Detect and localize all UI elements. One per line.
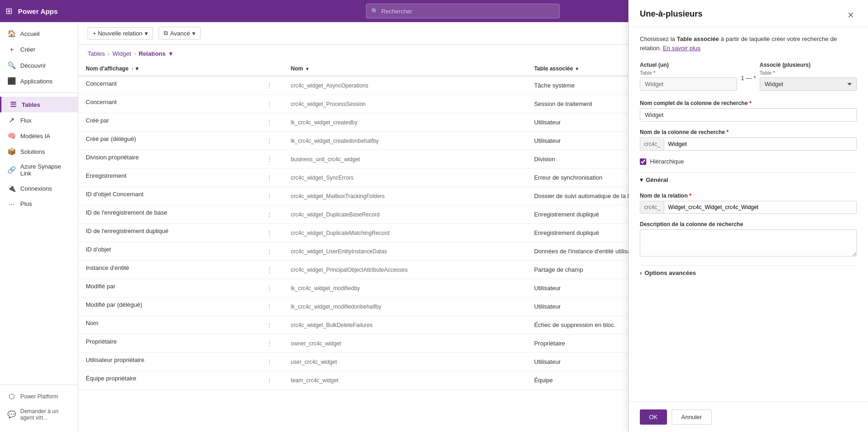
row-menu-icon[interactable]: ⋮ bbox=[263, 283, 276, 293]
panel-title: Une-à-plusieurs bbox=[640, 9, 703, 19]
row-menu-icon[interactable]: ⋮ bbox=[263, 209, 276, 220]
relation-name-input[interactable] bbox=[664, 201, 856, 213]
sidebar-item-creer[interactable]: ＋ Créer bbox=[0, 41, 78, 58]
new-relation-button[interactable]: + Nouvelle relation ▾ bbox=[88, 27, 153, 40]
search-col-desc-label: Description de la colonne de recherche bbox=[640, 221, 857, 228]
panel-body: Choisissez la Table associée à partir de… bbox=[629, 27, 868, 402]
cell-display-name: Instance d'entité ⋮ bbox=[78, 261, 283, 279]
home-icon: 🏠 bbox=[7, 29, 16, 38]
current-col: Actuel (un) Table * bbox=[640, 62, 737, 91]
panel-footer: OK Annuler bbox=[629, 402, 868, 432]
breadcrumb-chevron-1: › bbox=[108, 50, 110, 57]
sidebar-item-solutions[interactable]: 📦 Solutions bbox=[0, 144, 78, 159]
assoc-table-sub-label: Table * bbox=[760, 70, 857, 76]
cell-name: crc4c_widget_ProcessSession bbox=[283, 95, 527, 113]
sidebar-item-modeles[interactable]: 🧠 Modèles IA bbox=[0, 128, 78, 144]
advanced-button[interactable]: ⧉ Avancé ▾ bbox=[159, 27, 201, 40]
cell-display-name: Modifié par (délégué) ⋮ bbox=[78, 298, 283, 316]
learn-more-link[interactable]: En savoir plus bbox=[663, 45, 701, 52]
cell-display-name: Concernant ⋮ bbox=[78, 95, 283, 113]
panel-close-button[interactable]: ✕ bbox=[844, 9, 857, 21]
cell-display-name: Équipe propriétaire ⋮ bbox=[78, 371, 283, 390]
search-input[interactable] bbox=[381, 8, 555, 15]
search-col-full-input[interactable] bbox=[640, 108, 857, 122]
general-section-header[interactable]: ▾ Général bbox=[640, 172, 857, 187]
sidebar-item-agent[interactable]: 💬 Demander à un agent virt... bbox=[0, 404, 78, 425]
relation-name-prefix: crc4c_ bbox=[640, 201, 664, 213]
ok-button[interactable]: OK bbox=[640, 409, 667, 425]
grid-icon[interactable]: ⊞ bbox=[6, 6, 12, 16]
hierarchique-checkbox[interactable] bbox=[640, 158, 646, 165]
cell-display-name: Concernant ⋮ bbox=[78, 76, 283, 95]
cell-name: crc4c_widget_PrincipalObjectAttributeAcc… bbox=[283, 261, 527, 279]
advanced-section-header[interactable]: › Options avancées bbox=[640, 265, 857, 280]
breadcrumb-dropdown-icon[interactable]: ▾ bbox=[169, 50, 172, 57]
cancel-button[interactable]: Annuler bbox=[672, 409, 712, 425]
breadcrumb-tables[interactable]: Tables bbox=[88, 50, 105, 57]
sidebar-label-power-platform: Power Platform bbox=[20, 393, 58, 400]
row-menu-icon[interactable]: ⋮ bbox=[263, 191, 276, 201]
row-menu-icon[interactable]: ⋮ bbox=[263, 80, 276, 91]
relation-name-label: Nom de la relation bbox=[640, 193, 857, 199]
cell-name: crc4c_widget_SyncErrors bbox=[283, 169, 527, 187]
row-menu-icon[interactable]: ⋮ bbox=[263, 135, 276, 146]
row-menu-icon[interactable]: ⋮ bbox=[263, 246, 276, 257]
row-menu-icon[interactable]: ⋮ bbox=[263, 99, 276, 109]
row-menu-icon[interactable]: ⋮ bbox=[263, 375, 276, 385]
row-menu-icon[interactable]: ⋮ bbox=[263, 356, 276, 367]
sidebar: 🏠 Accueil ＋ Créer 🔍 Découvrir ⬛ Applicat… bbox=[0, 22, 78, 432]
col-header-display-name[interactable]: Nom d'affichage ↑ ▾ bbox=[78, 62, 283, 76]
cell-display-name: Utilisateur propriétaire ⋮ bbox=[78, 353, 283, 371]
cell-name: lk_crc4c_widget_modifiedonbehalfby bbox=[283, 298, 527, 316]
search-col-desc-textarea[interactable] bbox=[640, 229, 857, 257]
sidebar-item-azure[interactable]: 🔗 Azure Synapse Link bbox=[0, 159, 78, 181]
sidebar-item-accueil[interactable]: 🏠 Accueil bbox=[0, 26, 78, 41]
sidebar-item-decouvrir[interactable]: 🔍 Découvrir bbox=[0, 58, 78, 73]
row-menu-icon[interactable]: ⋮ bbox=[263, 228, 276, 238]
azure-icon: 🔗 bbox=[7, 166, 16, 174]
cell-display-name: ID d'objet ⋮ bbox=[78, 242, 283, 261]
panel-subtitle: Choisissez la Table associée à partir de… bbox=[640, 35, 857, 53]
current-label: Actuel (un) bbox=[640, 62, 737, 68]
cell-name: crc4c_widget_AsyncOperations bbox=[283, 76, 527, 95]
assoc-table-select[interactable]: Widget bbox=[760, 77, 857, 91]
search-col-input[interactable] bbox=[664, 138, 856, 150]
row-menu-icon[interactable]: ⋮ bbox=[263, 301, 276, 312]
arrow-label: 1 — * bbox=[741, 75, 756, 82]
associated-col: Associé (plusieurs) Table * Widget bbox=[760, 62, 857, 91]
hierarchique-label: Hiérarchique bbox=[650, 158, 684, 165]
row-menu-icon[interactable]: ⋮ bbox=[263, 117, 276, 128]
panel-header: Une-à-plusieurs ✕ bbox=[629, 0, 868, 27]
sidebar-divider-1 bbox=[0, 93, 78, 93]
search-col-full-group: Nom complet de la colonne de recherche bbox=[640, 100, 857, 122]
row-menu-icon[interactable]: ⋮ bbox=[263, 154, 276, 164]
cell-display-name: ID d'objet Concernant ⋮ bbox=[78, 187, 283, 205]
sidebar-item-flux[interactable]: ↗ Flux bbox=[0, 112, 78, 128]
row-menu-icon[interactable]: ⋮ bbox=[263, 320, 276, 330]
search-col-full-label: Nom complet de la colonne de recherche bbox=[640, 100, 857, 106]
cell-name: crc4c_widget_DuplicateMatchingRecord bbox=[283, 224, 527, 242]
sidebar-item-connexions[interactable]: 🔌 Connexions bbox=[0, 181, 78, 196]
cell-display-name: ID de l'enregistrement dupliqué ⋮ bbox=[78, 224, 283, 242]
advanced-section-label: Options avancées bbox=[644, 269, 696, 276]
row-menu-icon[interactable]: ⋮ bbox=[263, 264, 276, 275]
cell-name: crc4c_widget_UserEntityInstanceDatas bbox=[283, 242, 527, 261]
sidebar-item-plus[interactable]: ··· Plus bbox=[0, 196, 78, 211]
cell-name: user_crc4c_widget bbox=[283, 353, 527, 371]
sidebar-item-applications[interactable]: ⬛ Applications bbox=[0, 73, 78, 89]
cell-name: business_unit_crc4c_widget bbox=[283, 150, 527, 169]
relation-name-input-container: crc4c_ bbox=[640, 201, 857, 214]
sidebar-label-azure: Azure Synapse Link bbox=[20, 163, 71, 177]
table-sub-label: Table * bbox=[640, 70, 737, 76]
dropdown-arrow-icon: ▾ bbox=[145, 30, 148, 37]
filter-icon: ⧉ bbox=[164, 29, 168, 37]
row-menu-icon[interactable]: ⋮ bbox=[263, 172, 276, 183]
col-header-name[interactable]: Nom ▾ bbox=[283, 62, 527, 76]
search-bar[interactable]: 🔍 bbox=[366, 4, 560, 18]
cell-name: lk_crc4c_widget_createdonbehalfby bbox=[283, 132, 527, 150]
sidebar-item-tables[interactable]: ☰ Tables bbox=[0, 97, 78, 112]
row-menu-icon[interactable]: ⋮ bbox=[263, 338, 276, 349]
breadcrumb-widget[interactable]: Widget bbox=[112, 50, 131, 57]
sidebar-item-power-platform[interactable]: ⬡ Power Platform bbox=[0, 389, 78, 404]
cell-display-name: Modifié par ⋮ bbox=[78, 279, 283, 298]
